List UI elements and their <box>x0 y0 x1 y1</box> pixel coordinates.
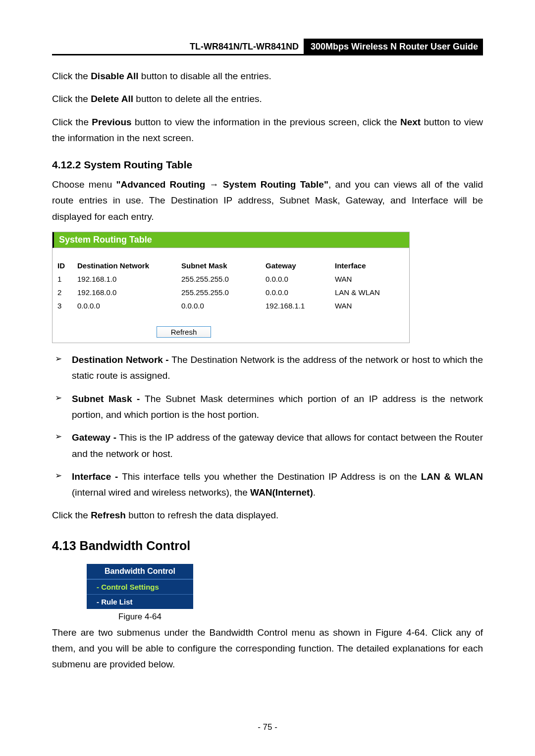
text: Click the <box>52 71 91 81</box>
table-row: 3 0.0.0.0 0.0.0.0 192.168.1.1 WAN <box>53 299 409 312</box>
col-gw: Gateway <box>261 259 330 272</box>
figure-caption: Figure 4-64 <box>87 612 193 622</box>
menu-item-control-settings[interactable]: - Control Settings <box>87 579 193 594</box>
cell: 192.168.0.0 <box>72 286 176 299</box>
term: Subnet Mask - <box>72 394 145 404</box>
cell: 0.0.0.0 <box>261 272 330 286</box>
bold-text: Previous <box>92 117 131 127</box>
bold-text: Next <box>400 117 421 127</box>
heading-4-13: 4.13 Bandwidth Control <box>52 539 483 553</box>
text: Click the <box>52 510 91 520</box>
term: Destination Network - <box>72 354 171 365</box>
table-row: 2 192.168.0.0 255.255.255.0 0.0.0.0 LAN … <box>53 286 409 299</box>
paragraph-bandwidth-intro: There are two submenus under the Bandwid… <box>52 625 483 673</box>
heading-4-12-2: 4.12.2 System Routing Table <box>52 159 483 171</box>
definitions-list: Destination Network - The Destination Ne… <box>52 352 483 501</box>
paragraph-previous-next: Click the Previous button to view the in… <box>52 114 483 147</box>
routing-table: ID Destination Network Subnet Mask Gatew… <box>53 259 409 312</box>
paragraph-refresh-note: Click the Refresh button to refresh the … <box>52 507 483 523</box>
routing-table-figure: System Routing Table ID Destination Netw… <box>52 232 410 343</box>
refresh-button[interactable]: Refresh <box>157 326 212 338</box>
text: button to view the information in the pr… <box>132 117 400 127</box>
cell: WAN <box>330 272 409 286</box>
paragraph-disable-all: Click the Disable All button to disable … <box>52 68 483 84</box>
col-id: ID <box>53 259 72 272</box>
bold-text: WAN(Internet) <box>250 487 313 498</box>
list-item: Subnet Mask - The Subnet Mask determines… <box>52 391 483 423</box>
table-row: 1 192.168.1.0 255.255.255.0 0.0.0.0 WAN <box>53 272 409 286</box>
bandwidth-menu-figure: Bandwidth Control - Control Settings - R… <box>87 564 193 609</box>
cell: 255.255.255.0 <box>176 272 261 286</box>
text: Choose menu <box>52 179 116 190</box>
text: (internal wired and wireless networks), … <box>72 487 250 498</box>
col-mask: Subnet Mask <box>176 259 261 272</box>
paragraph-delete-all: Click the Delete All button to delete al… <box>52 91 483 107</box>
cell: 192.168.1.0 <box>72 272 176 286</box>
text: Click the <box>52 117 92 127</box>
col-dest: Destination Network <box>72 259 176 272</box>
page-header: TL-WR841N/TL-WR841ND 300Mbps Wireless N … <box>52 39 483 55</box>
cell: 0.0.0.0 <box>176 299 261 312</box>
cell: WAN <box>330 299 409 312</box>
cell: LAN & WLAN <box>330 286 409 299</box>
text: This interface tells you whether the Des… <box>122 471 421 482</box>
col-iface: Interface <box>330 259 409 272</box>
bold-text: Delete All <box>91 94 133 104</box>
cell: 255.255.255.0 <box>176 286 261 299</box>
bold-text: LAN & WLAN <box>421 471 483 482</box>
cell: 1 <box>53 272 72 286</box>
bold-text: Disable All <box>91 71 138 81</box>
list-item: Interface - This interface tells you whe… <box>52 469 483 501</box>
term: Gateway - <box>72 432 119 443</box>
figure-title: System Routing Table <box>53 232 409 248</box>
paragraph-choose-menu: Choose menu "Advanced Routing → System R… <box>52 177 483 225</box>
cell: 3 <box>53 299 72 312</box>
text: . <box>313 487 316 498</box>
text: Click the <box>52 94 91 104</box>
page-number: - 75 - <box>0 722 535 732</box>
cell: 2 <box>53 286 72 299</box>
cell: 0.0.0.0 <box>261 286 330 299</box>
menu-item-rule-list[interactable]: - Rule List <box>87 594 193 609</box>
cell: 192.168.1.1 <box>261 299 330 312</box>
table-header-row: ID Destination Network Subnet Mask Gatew… <box>53 259 409 272</box>
header-model: TL-WR841N/TL-WR841ND <box>190 39 304 54</box>
text: button to delete all the entries. <box>133 94 262 104</box>
text: button to disable all the entries. <box>139 71 271 81</box>
term: Interface - <box>72 471 122 482</box>
list-item: Gateway - This is the IP address of the … <box>52 430 483 462</box>
definition: This is the IP address of the gateway de… <box>72 432 483 458</box>
menu-header: Bandwidth Control <box>87 564 193 579</box>
bold-text: "Advanced Routing → System Routing Table… <box>116 179 328 190</box>
refresh-row: Refresh <box>53 322 409 343</box>
list-item: Destination Network - The Destination Ne… <box>52 352 483 384</box>
text: button to refresh the data displayed. <box>126 510 278 520</box>
cell: 0.0.0.0 <box>72 299 176 312</box>
bold-text: Refresh <box>91 510 126 520</box>
header-title: 300Mbps Wireless N Router User Guide <box>304 39 483 54</box>
